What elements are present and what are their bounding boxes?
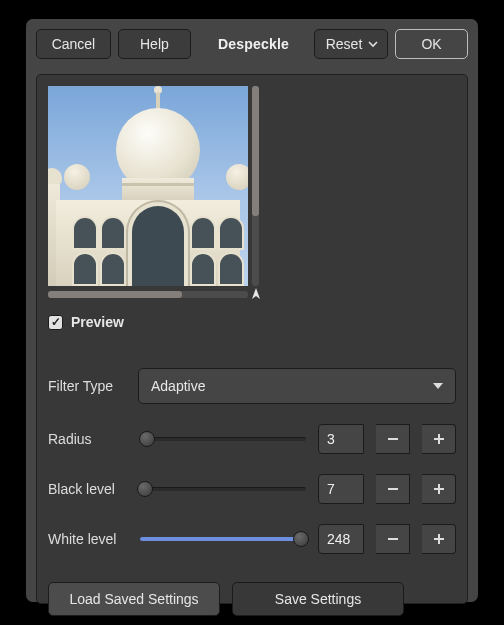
reset-label: Reset bbox=[326, 36, 363, 52]
radius-label: Radius bbox=[48, 431, 128, 447]
ok-button[interactable]: OK bbox=[395, 29, 468, 59]
load-saved-settings-button[interactable]: Load Saved Settings bbox=[48, 582, 220, 616]
dialog-panel: Cancel Help Despeckle Reset OK bbox=[25, 18, 479, 603]
filter-type-value: Adaptive bbox=[151, 378, 205, 394]
white-level-decrement[interactable] bbox=[376, 524, 410, 554]
save-settings-button[interactable]: Save Settings bbox=[232, 582, 404, 616]
radius-value[interactable]: 3 bbox=[318, 424, 364, 454]
white-level-slider[interactable] bbox=[140, 529, 306, 549]
white-level-value[interactable]: 248 bbox=[318, 524, 364, 554]
radius-decrement[interactable] bbox=[376, 424, 410, 454]
preview-checkbox-label[interactable]: Preview bbox=[71, 314, 124, 330]
black-level-increment[interactable] bbox=[422, 474, 456, 504]
svg-rect-5 bbox=[438, 484, 440, 494]
black-level-decrement[interactable] bbox=[376, 474, 410, 504]
filter-type-select[interactable]: Adaptive bbox=[138, 368, 456, 404]
white-level-label: White level bbox=[48, 531, 128, 547]
black-level-row: Black level 7 bbox=[48, 474, 456, 504]
white-level-row: White level 248 bbox=[48, 524, 456, 554]
preview-vertical-scrollbar[interactable] bbox=[252, 86, 259, 286]
svg-rect-6 bbox=[388, 538, 398, 540]
filter-type-row: Filter Type Adaptive bbox=[48, 368, 456, 404]
navigate-icon[interactable] bbox=[249, 287, 263, 301]
preview-checkbox[interactable] bbox=[48, 315, 63, 330]
black-level-value[interactable]: 7 bbox=[318, 474, 364, 504]
cancel-button[interactable]: Cancel bbox=[36, 29, 111, 59]
footer-row: Load Saved Settings Save Settings bbox=[48, 582, 456, 616]
dialog-title: Despeckle bbox=[218, 36, 289, 52]
svg-rect-2 bbox=[438, 434, 440, 444]
dropdown-triangle-icon bbox=[433, 383, 443, 389]
svg-rect-8 bbox=[438, 534, 440, 544]
preview-checkbox-row: Preview bbox=[48, 314, 456, 330]
filter-type-label: Filter Type bbox=[48, 378, 128, 394]
radius-slider[interactable] bbox=[140, 429, 306, 449]
chevron-down-icon bbox=[368, 39, 378, 49]
svg-rect-3 bbox=[388, 488, 398, 490]
help-button[interactable]: Help bbox=[118, 29, 191, 59]
reset-button[interactable]: Reset bbox=[314, 29, 388, 59]
radius-increment[interactable] bbox=[422, 424, 456, 454]
svg-rect-0 bbox=[388, 438, 398, 440]
white-level-increment[interactable] bbox=[422, 524, 456, 554]
preview-image[interactable] bbox=[48, 86, 248, 286]
preview-area bbox=[48, 86, 258, 306]
header-button-row: Cancel Help Despeckle Reset OK bbox=[36, 28, 468, 60]
black-level-slider[interactable] bbox=[140, 479, 306, 499]
preview-horizontal-scrollbar[interactable] bbox=[48, 291, 248, 298]
radius-row: Radius 3 bbox=[48, 424, 456, 454]
content-area: Preview Filter Type Adaptive Radius 3 bbox=[36, 74, 468, 604]
black-level-label: Black level bbox=[48, 481, 128, 497]
